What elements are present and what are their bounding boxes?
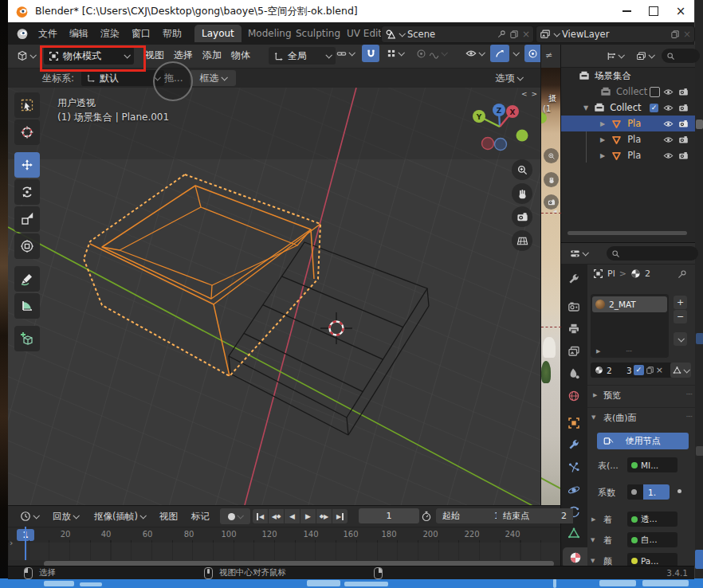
unlink-icon[interactable]: × <box>656 365 663 375</box>
tool-rotate[interactable] <box>14 179 40 205</box>
camera-view-button[interactable] <box>512 206 532 227</box>
menu-select[interactable]: 选择 <box>174 49 193 62</box>
menu-view3d[interactable]: 视图 <box>145 49 164 62</box>
surface-shader-dropdown[interactable]: MI... <box>627 457 677 472</box>
tab-scene[interactable] <box>568 367 581 381</box>
maximize-button[interactable] <box>640 0 667 22</box>
tab-object[interactable] <box>568 417 581 430</box>
tool-annotate[interactable] <box>14 266 40 292</box>
tab-tool[interactable] <box>568 273 581 287</box>
use-nodes-button[interactable]: 使用节点 <box>597 433 689 449</box>
options-dropdown[interactable]: 选项 <box>486 70 531 86</box>
tool-measure[interactable] <box>14 293 40 319</box>
gizmo-dropdown[interactable] <box>510 45 521 62</box>
outliner-scrollbar[interactable] <box>568 231 687 235</box>
play-button[interactable]: ▶ <box>300 509 316 523</box>
frame-start-field[interactable]: 起始 1 <box>436 508 506 523</box>
breadcrumb-object[interactable]: Pl <box>607 269 615 279</box>
decorator-dot[interactable] <box>677 489 681 493</box>
tab-world[interactable] <box>568 390 581 403</box>
zoom-button[interactable] <box>512 159 532 180</box>
tab-particles[interactable] <box>568 461 581 475</box>
keying-menu[interactable]: 抠像(插帧) <box>86 508 153 524</box>
prev-keyframe-button[interactable]: ◀◆ <box>269 509 284 523</box>
proportional-edit-button[interactable] <box>413 45 450 62</box>
jump-to-start-button[interactable]: ◀ <box>253 509 268 523</box>
factor-slider[interactable]: 1. <box>627 484 670 500</box>
checkbox-unchecked[interactable] <box>650 87 660 97</box>
workspace-tab-layout[interactable]: Layout <box>194 25 242 42</box>
frame-end-field[interactable]: 结束点 2 <box>497 508 573 523</box>
menu-render[interactable]: 渲染 <box>100 27 120 41</box>
gizmos-toggle-button[interactable] <box>490 45 509 62</box>
tool-add-cube[interactable] <box>14 326 40 351</box>
breadcrumb-data[interactable]: 2 <box>645 269 650 279</box>
viewlayer-selector[interactable]: ViewLayer × <box>536 25 695 43</box>
list-expand-icon[interactable]: ▶ <box>596 348 600 355</box>
eye-icon[interactable] <box>663 135 674 145</box>
ortho-toggle-button[interactable] <box>512 230 532 251</box>
panel-surface[interactable]: ▼ 表(曲)面 ···· <box>587 407 695 427</box>
close-button[interactable]: × <box>667 0 694 22</box>
outliner-search-input[interactable] <box>662 49 700 63</box>
menu-help[interactable]: 帮助 <box>163 27 182 41</box>
eye-icon[interactable] <box>663 103 674 113</box>
show-gizmo-button[interactable] <box>461 45 488 62</box>
scene-selector[interactable]: Scene × <box>381 25 534 43</box>
strip-pan-button[interactable] <box>544 172 559 187</box>
tab-object-data[interactable] <box>568 527 581 540</box>
properties-editor-type-button[interactable] <box>564 245 593 261</box>
outliner-row-plane-active[interactable]: ▶ Pla <box>561 116 695 131</box>
jump-to-end-button[interactable]: ▶ <box>332 509 348 523</box>
menu-window[interactable]: 窗口 <box>132 27 151 41</box>
menu-edit[interactable]: 编辑 <box>69 27 88 41</box>
tool-move[interactable] <box>14 152 40 178</box>
timeline-marker-menu[interactable]: 标记 <box>191 511 210 523</box>
tab-view-layer[interactable] <box>568 345 581 359</box>
playhead[interactable] <box>25 527 26 560</box>
pan-hand-button[interactable] <box>512 183 532 204</box>
playback-menu[interactable]: 回放 <box>48 508 83 524</box>
new-scene-icon[interactable] <box>509 29 519 39</box>
outliner-filter-button[interactable] <box>601 48 628 64</box>
tool-select-box[interactable] <box>14 92 40 118</box>
tab-modifiers[interactable] <box>568 439 581 453</box>
list-resize-grip[interactable]: ···· <box>626 347 631 355</box>
timeline-editor-type-button[interactable] <box>14 508 43 524</box>
outliner-row-collection-hidden[interactable]: Collect <box>561 84 695 100</box>
material-slot-item[interactable]: 2_MAT <box>592 296 667 312</box>
node-specials-button[interactable] <box>670 363 691 378</box>
blender-menu-icon[interactable] <box>16 27 29 40</box>
new-viewlayer-icon[interactable] <box>670 29 680 39</box>
camera-icon[interactable] <box>678 87 689 97</box>
drag-dropdown[interactable]: 拖... <box>164 72 183 85</box>
stopwatch-icon[interactable] <box>421 511 432 522</box>
region-expand-arrow[interactable]: › <box>10 538 13 548</box>
eye-icon[interactable] <box>663 151 674 161</box>
tab-physics[interactable] <box>568 484 581 497</box>
add-slot-button[interactable]: + <box>674 296 687 309</box>
remove-slot-button[interactable]: − <box>674 310 687 323</box>
slot-specials-button[interactable] <box>674 332 687 346</box>
row-expand-icon[interactable]: ▶ <box>591 516 595 523</box>
next-keyframe-button[interactable]: ◆▶ <box>316 509 332 523</box>
timeline-ruler[interactable]: 20 40 60 80 100 120 140 160 180 200 220 … <box>8 527 560 543</box>
tab-render[interactable] <box>568 300 581 314</box>
tool-transform[interactable] <box>14 233 40 259</box>
checkbox-checked[interactable]: ✓ <box>650 104 658 112</box>
gizmo-axis-neg-z[interactable] <box>495 139 507 151</box>
shader2-dropdown[interactable]: 自... <box>627 532 677 547</box>
auto-keying-button[interactable] <box>220 508 250 524</box>
eye-icon[interactable] <box>663 119 674 129</box>
select-box-dropdown[interactable]: 框选 <box>190 70 236 86</box>
scene-name[interactable]: Scene <box>407 29 493 40</box>
panel-grip[interactable]: ···· <box>686 390 692 398</box>
row-expand-icon[interactable]: ▼ <box>591 558 595 564</box>
tab-output[interactable] <box>568 323 581 336</box>
material-name-field[interactable]: 3 ✓ × <box>622 363 672 378</box>
orientation-dropdown[interactable]: 全局 <box>269 47 336 65</box>
panel-grip[interactable]: ···· <box>686 413 692 421</box>
workspace-tab-sculpting[interactable]: Sculpting <box>289 25 348 42</box>
tool-cursor[interactable] <box>14 120 40 145</box>
properties-search-input[interactable] <box>607 246 698 261</box>
